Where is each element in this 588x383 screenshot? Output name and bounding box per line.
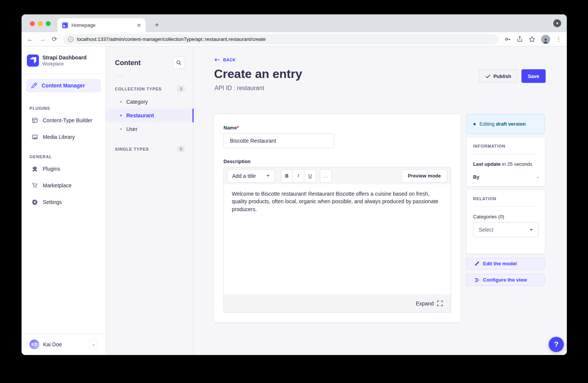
brand[interactable]: Strapi Dashboard Workplace	[22, 47, 105, 74]
save-button[interactable]: Save	[521, 69, 546, 83]
select-placeholder: Select	[479, 227, 493, 233]
sidebar-item-content-type-builder[interactable]: Content-Type Builder	[22, 112, 105, 129]
tab-title: Homepage	[71, 22, 133, 28]
close-tab-icon[interactable]: ✕	[137, 22, 141, 28]
collection-types-header: COLLECTION TYPES 3	[106, 86, 193, 95]
api-id-subtitle: API ID : restaurant	[214, 85, 264, 92]
information-card: INFORMATION Last update in 25 seconds By…	[467, 137, 545, 186]
reload-icon[interactable]: ⟳	[52, 35, 57, 43]
single-types-count-badge: 0	[177, 146, 185, 152]
edit-the-model-label: Edit the model	[483, 261, 517, 266]
configure-the-view-button[interactable]: Configure the view	[467, 274, 545, 286]
sidebar-item-label: Plugins	[43, 166, 60, 172]
browser-window: Homepage ✕ + ▼ ← → ⟳ i localhost:1337/ad…	[22, 14, 567, 355]
format-button-group: B I U	[281, 169, 316, 183]
back-link[interactable]: BACK	[214, 58, 236, 62]
sidebar-item-marketplace[interactable]: Marketplace	[22, 177, 105, 194]
general-section-label: GENERAL	[22, 151, 105, 160]
plugins-section: PLUGINS Content-Type Builder Media Libra…	[22, 97, 105, 145]
content-manager-pen-icon	[31, 83, 37, 89]
search-button[interactable]	[173, 57, 185, 69]
title-style-dropdown[interactable]: Add a title	[227, 169, 275, 183]
more-formats-button[interactable]: ...	[320, 169, 332, 183]
categories-field-label: Categories (0)	[473, 214, 538, 220]
strapi-logo-icon	[27, 54, 39, 67]
check-icon	[486, 74, 490, 78]
forward-nav-icon[interactable]: →	[39, 36, 46, 43]
preview-mode-button[interactable]: Preview mode	[402, 169, 447, 183]
maximize-window-button[interactable]	[46, 21, 51, 26]
chrome-more-menu-icon[interactable]: ⋮	[556, 36, 562, 43]
collection-type-label: Category	[126, 99, 148, 105]
categories-select[interactable]: Select	[473, 222, 538, 237]
title-style-value: Add a title	[232, 173, 256, 179]
collection-type-category[interactable]: Category	[106, 95, 193, 109]
collection-type-restaurant[interactable]: Restaurant	[106, 109, 193, 122]
content-subnav: Content COLLECTION TYPES 3 Category Rest…	[106, 47, 194, 355]
description-textarea[interactable]: Welcome to Biscotte restaurant! Restaura…	[224, 184, 451, 294]
plugins-section-label: PLUGINS	[22, 102, 105, 112]
collection-type-label: Restaurant	[126, 112, 154, 118]
sidebar-footer: KD Kai Doe ‹	[22, 333, 105, 355]
description-field-label: Description	[223, 159, 451, 164]
configure-the-view-label: Configure the view	[483, 277, 527, 283]
bold-button[interactable]: B	[281, 169, 293, 183]
sidebar-item-plugins[interactable]: Plugins	[22, 160, 105, 177]
subnav-divider	[115, 75, 124, 76]
bookmark-star-icon[interactable]	[529, 36, 535, 43]
sidebar-item-label: Marketplace	[43, 182, 71, 188]
bullet-icon	[120, 101, 122, 103]
back-arrow-icon	[214, 58, 220, 62]
name-field-label: Name*	[223, 125, 451, 131]
bullet-icon	[120, 115, 122, 116]
publish-button[interactable]: Publish	[479, 69, 518, 83]
profile-avatar[interactable]	[541, 35, 550, 44]
publish-label: Publish	[493, 73, 511, 79]
back-nav-icon[interactable]: ←	[27, 36, 33, 43]
underline-button[interactable]: U	[304, 169, 316, 183]
password-key-icon[interactable]	[504, 36, 511, 42]
description-editor: Add a title B I U ... Preview mode Welco…	[223, 167, 451, 313]
sidebar-item-content-manager[interactable]: Content Manager	[26, 79, 101, 92]
new-tab-button[interactable]: +	[152, 21, 161, 29]
expand-icon[interactable]	[437, 300, 443, 306]
user-name: Kai Doe	[43, 341, 62, 347]
back-label: BACK	[223, 58, 236, 62]
status-dot-icon	[473, 123, 476, 125]
close-window-button[interactable]	[30, 21, 35, 26]
name-input[interactable]	[223, 133, 334, 148]
cart-icon	[32, 182, 38, 188]
edit-the-model-button[interactable]: Edit the model	[467, 258, 545, 269]
main-sidebar: Strapi Dashboard Workplace Content Manag…	[22, 47, 106, 355]
entry-form-card: Name* Description Add a title B I U	[214, 114, 461, 322]
subnav-title: Content	[115, 59, 141, 67]
chevron-down-icon	[530, 229, 533, 231]
divider	[473, 154, 538, 154]
browser-tab[interactable]: Homepage ✕	[57, 18, 146, 32]
site-info-icon[interactable]: i	[68, 37, 73, 42]
user-avatar[interactable]: KD	[29, 339, 39, 349]
collection-type-label: User	[126, 126, 138, 132]
address-bar[interactable]: i localhost:1337/admin/content-manager/c…	[63, 34, 498, 44]
tab-strip: Homepage ✕ + ▼	[22, 14, 567, 32]
sidebar-item-label: Settings	[43, 199, 62, 205]
minimize-window-button[interactable]	[38, 21, 43, 26]
collapse-sidebar-button[interactable]: ‹	[90, 339, 98, 350]
collection-type-user[interactable]: User	[106, 122, 193, 136]
general-section: GENERAL Plugins Marketplace Settings	[22, 145, 105, 210]
sidebar-item-media-library[interactable]: Media Library	[22, 129, 105, 145]
sidebar-item-settings[interactable]: Settings	[22, 194, 105, 210]
help-button[interactable]: ?	[549, 337, 564, 352]
expand-label[interactable]: Expand	[416, 300, 434, 307]
chrome-menu-circle-icon[interactable]: ▼	[553, 19, 561, 27]
divider	[473, 206, 538, 207]
single-types-header: SINGLE TYPES 0	[106, 146, 193, 155]
share-icon[interactable]	[517, 36, 523, 42]
sidebar-item-label: Media Library	[43, 134, 75, 140]
information-label: INFORMATION	[473, 144, 538, 148]
italic-button[interactable]: I	[293, 169, 304, 183]
media-library-icon	[32, 134, 38, 140]
browser-toolbar: ← → ⟳ i localhost:1337/admin/content-man…	[22, 32, 567, 47]
window-controls	[30, 21, 51, 26]
draft-status-banner: Editing draft version	[467, 114, 545, 134]
